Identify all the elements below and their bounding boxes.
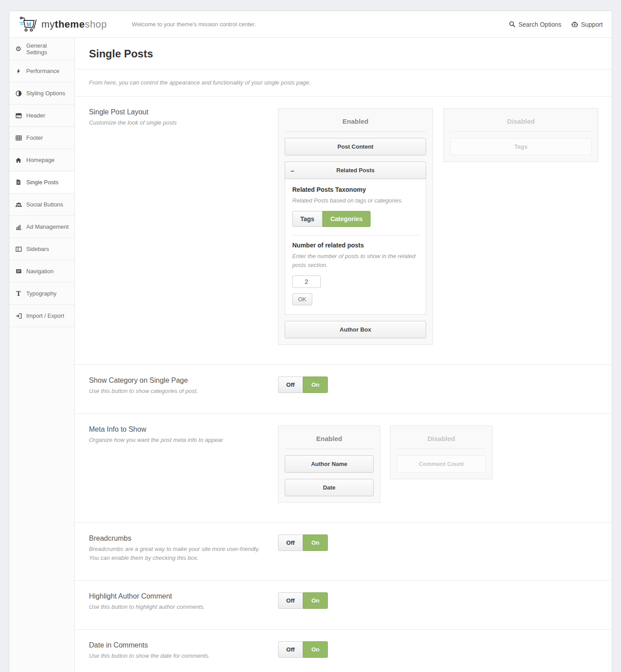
sidebar-item-general-settings[interactable]: ⚙ General Settings bbox=[9, 38, 74, 60]
mythemeshop-logo: M mythemeshop bbox=[18, 16, 107, 33]
typography-icon: T bbox=[15, 290, 22, 298]
taxonomy-switch: Tags Categories bbox=[292, 211, 371, 227]
section-sublabel: Use this button to show categories of po… bbox=[89, 387, 265, 396]
columns-icon bbox=[15, 246, 22, 252]
section-date-comments: Date in Comments Use this button to show… bbox=[75, 630, 612, 672]
import-icon bbox=[15, 313, 22, 319]
collapse-icon[interactable]: – bbox=[290, 166, 294, 174]
sidebar-item-navigation[interactable]: Navigation bbox=[9, 260, 74, 283]
section-sublabel: Breadcrumbs are a great way to make your… bbox=[89, 545, 265, 563]
disabled-panel: Disabled Tags bbox=[444, 108, 598, 162]
taxonomy-title: Related Posts Taxonomy bbox=[292, 186, 419, 193]
drag-item-author-box[interactable]: Author Box bbox=[285, 321, 426, 338]
number-description: Enter the number of posts to show in the… bbox=[292, 252, 419, 270]
sidebar-item-performance[interactable]: Performance bbox=[9, 60, 74, 82]
toggle-off[interactable]: Off bbox=[278, 592, 303, 609]
toggle-on[interactable]: On bbox=[303, 592, 328, 609]
divider bbox=[291, 235, 419, 235]
related-posts-options: Related Posts Taxonomy Related Posts bas… bbox=[285, 179, 426, 314]
disabled-panel-title: Disabled bbox=[450, 115, 592, 132]
page-title: Single Posts bbox=[89, 48, 598, 60]
sidebar-item-header[interactable]: Header bbox=[9, 105, 74, 127]
drag-item-comment-count[interactable]: Comment Count bbox=[397, 455, 486, 473]
sidebar-item-styling-options[interactable]: Styling Options bbox=[9, 82, 74, 105]
users-icon bbox=[15, 202, 22, 208]
section-label: Single Post Layout bbox=[89, 108, 265, 116]
sidebar-item-import-export[interactable]: Import / Export bbox=[9, 305, 74, 327]
breadcrumbs-toggle[interactable]: Off On bbox=[278, 534, 328, 551]
section-label: Meta Info to Show bbox=[89, 425, 265, 433]
sidebar-item-social-buttons[interactable]: Social Buttons bbox=[9, 194, 74, 216]
enabled-panel: Enabled Post Content – Related Posts Rel… bbox=[278, 108, 433, 344]
settings-sidebar: ⚙ General Settings Performance Styling O… bbox=[9, 38, 75, 672]
date-comments-toggle[interactable]: Off On bbox=[278, 641, 328, 658]
disabled-panel-title: Disabled bbox=[397, 432, 486, 449]
toggle-on[interactable]: On bbox=[303, 376, 328, 393]
gears-icon: ⚙ bbox=[15, 45, 22, 53]
section-sublabel: Use this button to highlight author comm… bbox=[89, 603, 265, 611]
drag-item-related-posts[interactable]: – Related Posts bbox=[285, 162, 426, 179]
taxonomy-description: Related Posts based on tags or categorie… bbox=[292, 196, 419, 205]
top-bar: M mythemeshop Welcome to your theme's mi… bbox=[9, 11, 612, 38]
section-label: Date in Comments bbox=[89, 641, 265, 649]
document-icon bbox=[15, 179, 22, 186]
bar-chart-icon bbox=[15, 224, 22, 230]
support-button[interactable]: Support bbox=[571, 21, 603, 28]
section-sublabel: Customize the look of single posts bbox=[89, 118, 265, 127]
toggle-off[interactable]: Off bbox=[278, 376, 303, 393]
brand-text: mythemeshop bbox=[41, 19, 107, 30]
section-label: Show Category on Single Page bbox=[89, 376, 265, 385]
sidebar-item-homepage[interactable]: Homepage bbox=[9, 149, 74, 171]
section-sublabel: Organize how you want the post meta info… bbox=[89, 436, 265, 445]
cart-logo-icon: M bbox=[18, 16, 38, 33]
sidebar-item-footer[interactable]: Footer bbox=[9, 127, 74, 149]
section-show-category: Show Category on Single Page Use this bu… bbox=[75, 365, 612, 414]
toggle-off[interactable]: Off bbox=[278, 641, 303, 658]
taxonomy-tags-option[interactable]: Tags bbox=[292, 211, 323, 227]
section-sublabel: Use this button to show the date for com… bbox=[89, 652, 265, 660]
drag-item-date[interactable]: Date bbox=[285, 479, 374, 496]
page-description: From here, you can control the appearanc… bbox=[89, 78, 598, 87]
search-options-button[interactable]: Search Options bbox=[509, 21, 561, 28]
enabled-panel-title: Enabled bbox=[285, 432, 374, 449]
related-posts-count-input[interactable] bbox=[292, 275, 321, 288]
section-single-post-layout: Single Post Layout Customize the look of… bbox=[75, 97, 612, 364]
ok-button[interactable]: OK bbox=[292, 293, 312, 305]
drag-item-author-name[interactable]: Author Name bbox=[285, 455, 374, 473]
table-icon bbox=[15, 135, 22, 141]
section-label: Highlight Author Comment bbox=[89, 592, 265, 600]
highlight-author-toggle[interactable]: Off On bbox=[278, 592, 328, 609]
section-label: Breadcrumbs bbox=[89, 534, 265, 542]
list-icon bbox=[15, 268, 22, 274]
drag-item-tags[interactable]: Tags bbox=[450, 138, 592, 155]
toggle-off[interactable]: Off bbox=[278, 534, 303, 551]
taxonomy-categories-option[interactable]: Categories bbox=[323, 211, 371, 227]
theme-options-panel: M mythemeshop Welcome to your theme's mi… bbox=[9, 11, 612, 672]
sidebar-item-sidebars[interactable]: Sidebars bbox=[9, 238, 74, 260]
contrast-icon bbox=[15, 90, 22, 97]
number-title: Number of related posts bbox=[292, 242, 419, 249]
toggle-on[interactable]: On bbox=[303, 534, 328, 551]
toggle-on[interactable]: On bbox=[303, 641, 328, 658]
meta-disabled-panel: Disabled Comment Count bbox=[390, 425, 492, 479]
main-content: Single Posts From here, you can control … bbox=[75, 38, 612, 672]
meta-enabled-panel: Enabled Author Name Date bbox=[278, 425, 380, 503]
bolt-icon bbox=[15, 68, 22, 74]
show-category-toggle[interactable]: Off On bbox=[278, 376, 328, 393]
welcome-message: Welcome to your theme's mission control … bbox=[132, 21, 256, 28]
enabled-panel-title: Enabled bbox=[285, 115, 426, 132]
section-meta-info: Meta Info to Show Organize how you want … bbox=[75, 414, 612, 523]
support-icon bbox=[571, 21, 578, 28]
sidebar-item-single-posts[interactable]: Single Posts bbox=[9, 171, 74, 194]
header-icon bbox=[15, 113, 22, 119]
drag-item-post-content[interactable]: Post Content bbox=[285, 138, 426, 155]
home-icon bbox=[15, 157, 22, 163]
search-icon bbox=[509, 21, 516, 28]
sidebar-item-typography[interactable]: T Typography bbox=[9, 283, 74, 305]
svg-text:M: M bbox=[27, 20, 32, 27]
sidebar-item-ad-management[interactable]: Ad Management bbox=[9, 216, 74, 238]
section-highlight-author: Highlight Author Comment Use this button… bbox=[75, 581, 612, 630]
section-breadcrumbs: Breadcrumbs Breadcrumbs are a great way … bbox=[75, 523, 612, 581]
